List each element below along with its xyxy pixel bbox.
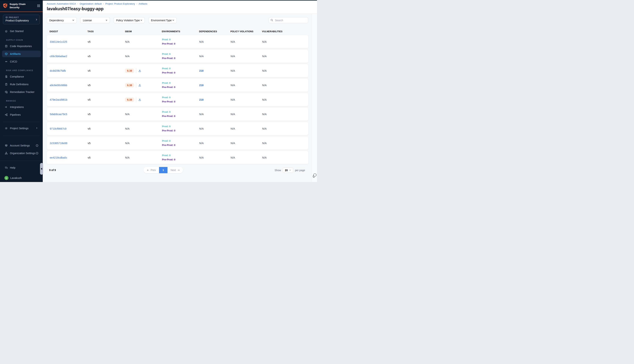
help-chat-icon: ? (5, 166, 8, 169)
sidebar-item-ci-cd[interactable]: CI/CD (2, 58, 41, 65)
chevron-down-icon (172, 19, 174, 21)
environments-cell: Prod: 0Pre-Prod: 0 (162, 139, 199, 147)
digest-link[interactable]: 9710cf6667c9 (50, 127, 88, 130)
digest-link[interactable]: 2c5365718e88 (50, 142, 88, 144)
filter-dropdown-policy-violation-type[interactable]: Policy Violation Type (114, 17, 145, 23)
tag-value: v5 (88, 98, 125, 101)
chevron-down-icon (140, 19, 142, 21)
artifact-table: 33d114e1c225v5N/AProd: 0Pre-Prod: 0N/AN/… (47, 35, 308, 164)
sbom-download-icon[interactable] (138, 98, 141, 101)
dependencies-cell: 218 (199, 84, 231, 87)
vulnerabilities-cell: N/A (262, 69, 308, 72)
sidebar-account-links: Account SettingsOrganization Settings (0, 142, 43, 156)
svg-text:?: ? (6, 167, 6, 168)
digest-link[interactable]: 5dab9caa79c5 (50, 113, 88, 116)
sbom-na: N/A (125, 40, 130, 43)
policy-violations-cell: N/A (231, 84, 262, 87)
tag-value: v5 (88, 69, 125, 72)
page-1-button[interactable]: 1 (159, 167, 167, 173)
sbom-download-icon[interactable] (138, 69, 141, 72)
digest-link[interactable]: 33d114e1c225 (50, 40, 88, 43)
search-input[interactable] (268, 17, 308, 23)
sidebar-item-label: Account Settings (10, 144, 30, 147)
sidebar-item-pipelines[interactable]: Pipelines (2, 112, 41, 118)
sidebar-item-organization-settings[interactable]: Organization Settings (2, 150, 41, 156)
environments-cell: Prod: 0Pre-Prod: 0 (162, 110, 199, 118)
supply-chain-security-logo-icon (3, 3, 8, 8)
column-header-vulnerabilities: VULNERABILITIES (262, 30, 308, 33)
table-row: 5dab9caa79c5v5N/AProd: 0Pre-Prod: 0N/AN/… (47, 108, 308, 121)
sidebar: Supply Chain Security PROJECT (0, 0, 43, 182)
policy-violations-cell: N/A (231, 156, 262, 159)
digest-link[interactable]: ee4218cdba0c (50, 156, 88, 159)
env-prod-count: Prod: 0 (162, 124, 199, 128)
app-grid-icon[interactable] (37, 4, 40, 7)
sbom-download-icon[interactable] (138, 84, 141, 87)
filter-dropdown-license[interactable]: License (80, 17, 110, 23)
sidebar-item-account-settings[interactable]: Account Settings (2, 142, 41, 149)
digest-link[interactable]: a9c6e00c66bb (50, 84, 88, 87)
nav-section-heading-risk-and-compliance: RISK AND COMPLIANCE (6, 69, 43, 72)
tag-value: v5 (88, 113, 125, 116)
dependencies-link[interactable]: 218 (199, 69, 203, 72)
next-page-button[interactable]: Next (167, 167, 183, 173)
sidebar-item-get-started[interactable]: Get Started (2, 28, 41, 34)
sidebar-divider (0, 160, 43, 161)
column-header-sbom: SBOM (125, 30, 162, 33)
page-size-select[interactable]: 20 (283, 168, 293, 173)
tag-value: v5 (88, 84, 125, 87)
info-icon[interactable] (36, 152, 39, 155)
window-top-edge (0, 0, 317, 0)
breadcrumb-link-project-product-exploratory[interactable]: Project: Product Exploratory (105, 2, 135, 5)
dependencies-link[interactable]: 218 (199, 84, 203, 87)
chat-support-icon[interactable] (312, 173, 317, 178)
tag-value: v5 (88, 156, 125, 159)
project-selector[interactable]: PROJECT Product Exploratory (3, 15, 40, 24)
table-row: 479e2acd981bv56.38Prod: 0Pre-Prod: 0218N… (47, 93, 308, 106)
breadcrumb-link-artifacts[interactable]: Artifacts (139, 2, 147, 5)
sidebar-collapse-handle[interactable] (40, 163, 43, 175)
sidebar-item-remediation-tracker[interactable]: Remediation Tracker (2, 89, 41, 95)
app-window: Supply Chain Security PROJECT (0, 0, 317, 182)
sidebar-item-label: Compliance (10, 75, 24, 78)
project-name: Product Exploratory (6, 19, 38, 22)
sidebar-user[interactable]: L Lavakush (2, 175, 41, 181)
sidebar-item-code-repositories[interactable]: Code Repositories (2, 43, 41, 50)
table-row: ee4218cdba0cv5N/AProd: 0Pre-Prod: 0N/AN/… (47, 151, 308, 164)
sidebar-item-integrations[interactable]: Integrations (2, 104, 41, 110)
table-row: c69c5b6a8ae2v5N/AProd: 0Pre-Prod: 0N/AN/… (47, 50, 308, 63)
sidebar-item-compliance[interactable]: Compliance (2, 73, 41, 80)
info-icon[interactable] (36, 144, 39, 147)
chevron-down-icon (289, 169, 291, 171)
chevron-down-icon (72, 19, 74, 21)
sidebar-item-help[interactable]: ? Help (2, 164, 41, 171)
page-size-control: Show 20 per page (275, 168, 305, 173)
environments-cell: Prod: 0Pre-Prod: 0 (162, 81, 199, 89)
breadcrumb-link-organization-default[interactable]: Organization: default (80, 2, 102, 5)
breadcrumb-separator-icon: › (137, 2, 137, 5)
sidebar-item-label: Project Settings (10, 127, 29, 130)
digest-link[interactable]: 479e2acd981b (50, 98, 88, 101)
sbom-na: N/A (125, 156, 130, 159)
digest-link[interactable]: c69c5b6a8ae2 (50, 55, 88, 58)
breadcrumb-link-account-automation-ssca[interactable]: Account: Automation-SSCA (47, 2, 76, 5)
filter-dropdown-dependency[interactable]: Dependency (47, 17, 77, 23)
sbom-divider (136, 68, 136, 73)
page-size-value: 20 (285, 169, 288, 172)
filter-dropdown-environment-type[interactable]: Environment Type (148, 17, 177, 23)
product-title: Supply Chain Security (10, 2, 26, 9)
repo-icon (5, 45, 8, 48)
dependencies-link[interactable]: 218 (199, 98, 203, 101)
search-icon (270, 19, 273, 22)
sbom-cell: N/A (125, 142, 162, 144)
sidebar-item-project-settings[interactable]: Project Settings (2, 125, 41, 132)
sidebar-item-label: Integrations (10, 106, 24, 108)
policy-violations-cell: N/A (231, 127, 262, 130)
search-box (268, 17, 308, 23)
dependencies-na: N/A (199, 40, 204, 43)
sidebar-item-artifacts[interactable]: Artifacts (2, 50, 41, 57)
sidebar-item-rule-definitions[interactable]: Rule Definitions (2, 81, 41, 88)
table-row: dcdd29b7fafbv56.38Prod: 0Pre-Prod: 0218N… (47, 64, 308, 77)
prev-page-button[interactable]: Prev (143, 167, 159, 173)
digest-link[interactable]: dcdd29b7fafb (50, 69, 88, 72)
